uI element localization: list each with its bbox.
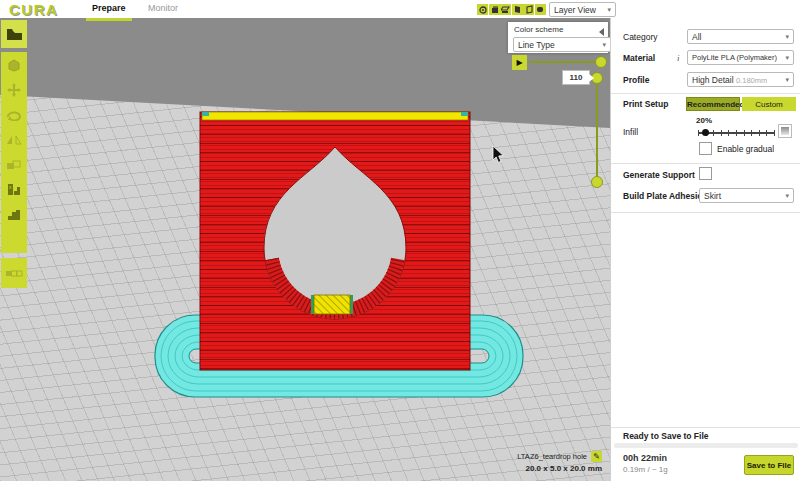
model-dimensions: 20.0 x 5.0 x 20.0 mm (526, 464, 603, 473)
cura-logo: CURA (9, 1, 58, 18)
layer-steps-button[interactable] (1, 202, 27, 227)
infill-track-line (698, 132, 775, 134)
color-scheme-label: Color scheme (514, 25, 563, 34)
play-button[interactable]: ▶ (512, 55, 527, 70)
mouse-cursor (493, 146, 503, 162)
rotate-tool-button[interactable] (1, 102, 27, 127)
mode-custom-label: Custom (755, 100, 783, 109)
color-scheme-value: Line Type (518, 40, 555, 50)
two-boxes-icon (6, 159, 22, 171)
tab-prepare-label: Prepare (92, 3, 126, 13)
select-tool-button[interactable] (1, 52, 27, 77)
layer-slider-track[interactable] (596, 76, 598, 182)
top-corner-left (202, 112, 209, 116)
slice-status: Ready to Save to File (623, 431, 709, 441)
mode-recommended-label: Recommended (687, 100, 744, 109)
steps-icon (7, 209, 21, 221)
3d-viewport[interactable]: Color scheme Line Type ▾ ▶ 110 LTAZ6_tea… (0, 18, 610, 481)
rename-model-button[interactable]: ✎ (591, 451, 602, 462)
category-dropdown[interactable]: All ▾ (687, 29, 794, 44)
infill-slider-handle[interactable] (702, 129, 709, 136)
infill-slider[interactable] (698, 129, 775, 137)
material-value: PolyLite PLA (Polymaker) (692, 53, 777, 62)
chevron-down-icon: ▾ (785, 192, 789, 199)
divider (611, 212, 800, 213)
support-blocker-button[interactable]: x (1, 177, 27, 202)
gradient-icon (781, 127, 789, 135)
move-tool-button[interactable] (1, 77, 27, 102)
simulation-slider-handle[interactable] (595, 56, 607, 68)
save-to-file-button[interactable]: Save to File (744, 455, 794, 475)
mirror-tool-button[interactable] (1, 127, 27, 152)
material-label: Material (623, 53, 655, 63)
per-model-settings-button[interactable] (1, 152, 27, 177)
toolbar-group-open (1, 20, 27, 48)
toolbar-group-tools: x (1, 52, 27, 253)
hole-bottom-skin (314, 295, 350, 314)
category-label: Category (623, 32, 658, 42)
pencil-icon: ✎ (593, 452, 600, 461)
view-bottom-icon[interactable] (535, 4, 546, 15)
collapse-arrow-icon[interactable] (599, 28, 604, 36)
chevron-down-icon: ▾ (785, 33, 789, 40)
tab-monitor-label: Monitor (148, 3, 178, 13)
model-name-row: LTAZ6_teardrop hole ✎ (517, 450, 602, 462)
generate-support-label: Generate Support (623, 170, 695, 180)
tab-prepare[interactable]: Prepare (86, 0, 132, 21)
mode-recommended-button[interactable]: Recommended (686, 97, 740, 111)
arrange-models-button[interactable] (1, 258, 27, 288)
rotate-icon (6, 109, 22, 121)
scene-canvas (0, 18, 610, 481)
enable-gradual-label: Enable gradual (717, 144, 774, 154)
save-to-file-label: Save to File (747, 461, 791, 470)
gradual-infill-steps-button[interactable] (778, 124, 792, 138)
simulation-slider-track[interactable] (529, 61, 598, 63)
enable-gradual-checkbox[interactable] (699, 142, 712, 155)
model-teardrop-block[interactable] (200, 112, 470, 370)
infill-label: Infill (623, 127, 638, 137)
top-bar: CURA Prepare Monitor Layer View ▾ (0, 0, 800, 18)
chevron-down-icon: ▾ (785, 76, 789, 83)
layer-slider-bottom-handle[interactable] (591, 176, 603, 188)
model-name: LTAZ6_teardrop hole (517, 452, 587, 461)
view-front-icon[interactable] (489, 4, 500, 15)
top-corner-right (461, 112, 468, 116)
material-dropdown[interactable]: PolyLite PLA (Polymaker) ▾ (687, 50, 794, 65)
profile-label: Profile (623, 75, 649, 85)
color-scheme-dropdown[interactable]: Line Type ▾ (513, 37, 610, 52)
chevron-down-icon: ▾ (602, 41, 606, 48)
view-right-icon[interactable] (523, 4, 534, 15)
infill-value: 20% (696, 116, 712, 125)
mode-custom-button[interactable]: Custom (742, 97, 796, 111)
slice-progress-bar (614, 443, 798, 448)
adhesion-label: Build Plate Adhesion (623, 191, 708, 201)
top-skin (202, 112, 468, 120)
box-icon (6, 58, 22, 72)
divider (611, 427, 800, 428)
tab-monitor[interactable]: Monitor (142, 0, 184, 18)
view-mode-value: Layer View (554, 5, 596, 15)
play-icon: ▶ (516, 58, 522, 67)
folder-icon (6, 27, 23, 41)
toolbar-group-arrange (1, 258, 27, 288)
view-mode-dropdown[interactable]: Layer View ▾ (549, 2, 616, 17)
material-info-icon[interactable]: i (677, 53, 680, 63)
divider (611, 163, 800, 164)
adhesion-dropdown[interactable]: Skirt ▾ (699, 188, 794, 203)
view-top-icon[interactable] (500, 4, 511, 15)
layer-value: 110 (570, 73, 583, 82)
settings-sidebar: LulzBot TAZ 6 i i ▾ Category All ▾ Mater… (610, 0, 800, 481)
generate-support-checkbox[interactable] (699, 167, 712, 180)
view-left-icon[interactable] (512, 4, 523, 15)
view-3d-icon[interactable] (477, 4, 488, 15)
chevron-down-icon: ▾ (785, 54, 789, 61)
profile-dropdown[interactable]: High Detail 0.180mm ▾ (687, 72, 794, 87)
material-estimate: 0.19m / ~ 1g (623, 465, 668, 474)
profile-hint: 0.180mm (736, 76, 767, 85)
layer-value-tooltip: 110 (562, 70, 590, 85)
open-file-button[interactable] (1, 20, 27, 48)
print-time-estimate: 00h 22min (623, 453, 667, 463)
chevron-down-icon: ▾ (607, 6, 611, 13)
color-scheme-panel: Color scheme Line Type ▾ (508, 22, 608, 53)
move-arrows-icon (6, 82, 22, 98)
